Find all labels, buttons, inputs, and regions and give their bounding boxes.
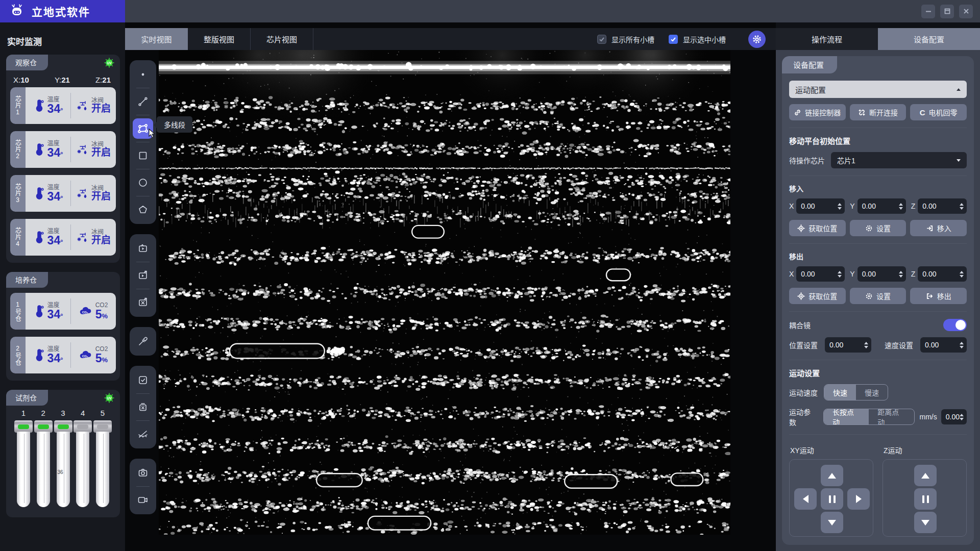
culture-card[interactable]: 2号仓 温度 34° CO₂ CO2 5%	[10, 337, 116, 373]
rect-tool[interactable]	[133, 145, 153, 166]
chevron-down-icon	[957, 159, 961, 162]
show-all-slots-checkbox[interactable]	[597, 35, 606, 44]
move-in-z-input[interactable]: 0.00	[918, 198, 967, 214]
coupler-pos-input[interactable]: 0.00	[825, 337, 871, 353]
run-slot-button[interactable]	[133, 238, 153, 259]
show-selected-slots-checkbox[interactable]	[669, 35, 678, 44]
spin-down-icon[interactable]	[838, 207, 842, 210]
sidebar-title: 实时监测	[7, 35, 120, 47]
tab-live-view[interactable]: 实时视图	[125, 28, 188, 50]
tab-device-config[interactable]: 设备配置	[878, 28, 980, 50]
reagent-vial[interactable]: 1	[14, 409, 33, 507]
spin-down-icon[interactable]	[960, 275, 964, 278]
chip-card[interactable]: 芯片4 温度 34° 冰阀 开启	[10, 219, 116, 256]
target-chip-dropdown[interactable]: 芯片1	[831, 152, 967, 168]
spin-up-icon[interactable]	[960, 203, 964, 206]
jog-z-stop-button[interactable]	[914, 488, 937, 510]
reagent-vial[interactable]: 3 36	[54, 409, 72, 507]
eyedropper-icon	[137, 335, 149, 347]
cancel-slot-button[interactable]	[133, 292, 153, 313]
tab-full-plate-view[interactable]: 整版视图	[188, 28, 251, 50]
thermometer-icon	[33, 305, 44, 317]
jog-y-plus-button[interactable]	[821, 465, 843, 486]
spin-up-icon[interactable]	[960, 414, 964, 416]
reagent-vial[interactable]: 4	[74, 409, 92, 507]
culture-chamber-panel: 培养仓 1号仓 温度 34° CO₂ CO2	[6, 272, 120, 381]
move-out-button[interactable]: 移出	[910, 288, 967, 304]
jog-xy-stop-button[interactable]	[821, 488, 843, 510]
jog-distance-option[interactable]: 距离点动	[869, 409, 914, 424]
circle-tool[interactable]	[133, 172, 153, 193]
vial-tube	[37, 432, 50, 507]
move-out-set-button[interactable]: 设置	[850, 288, 906, 304]
delete-selection-button[interactable]	[133, 397, 153, 417]
chip-card[interactable]: 芯片1 温度 34° 冰阀 开启	[10, 87, 116, 124]
move-out-x-input[interactable]: 0.00	[796, 266, 845, 282]
spin-down-icon[interactable]	[899, 207, 903, 210]
arrow-up-icon	[921, 473, 929, 479]
spin-up-icon[interactable]	[960, 342, 964, 344]
coupler-toggle[interactable]	[943, 319, 967, 331]
spin-up-icon[interactable]	[864, 342, 868, 344]
maximize-button[interactable]	[940, 5, 954, 18]
spin-down-icon[interactable]	[899, 275, 903, 278]
speed-fast-option[interactable]: 快速	[824, 385, 856, 400]
picker-tool[interactable]	[133, 331, 153, 352]
spin-up-icon[interactable]	[838, 203, 842, 206]
spin-up-icon[interactable]	[960, 271, 964, 273]
move-in-get-position-button[interactable]: 获取位置	[789, 220, 846, 236]
microscope-image[interactable]	[159, 50, 730, 535]
speed-value-input[interactable]: 0.00	[941, 409, 967, 424]
spin-up-icon[interactable]	[838, 271, 842, 273]
close-button[interactable]	[959, 5, 973, 18]
move-out-z-input[interactable]: 0.00	[918, 266, 967, 282]
viewer-settings-button[interactable]	[748, 31, 766, 48]
line-tool[interactable]	[133, 91, 153, 112]
polygon-tool[interactable]	[133, 199, 153, 220]
view-tabbar: 实时视图 整版视图 芯片视图 显示所有小槽 显示选中小槽	[125, 28, 776, 50]
hide-overlay-button[interactable]	[133, 424, 153, 444]
chip-card[interactable]: 芯片3 温度 34° 冰阀 开启	[10, 175, 116, 212]
spin-down-icon[interactable]	[960, 207, 964, 210]
jog-x-minus-button[interactable]	[794, 488, 817, 510]
spin-down-icon[interactable]	[960, 346, 964, 348]
tab-chip-view[interactable]: 芯片视图	[251, 28, 313, 50]
disconnect-button[interactable]: 断开连接	[850, 104, 906, 120]
chip-card[interactable]: 芯片2 温度 34° 冰阀 开启	[10, 131, 116, 168]
spin-down-icon[interactable]	[838, 275, 842, 278]
minimize-button[interactable]	[921, 5, 935, 18]
snapshot-button[interactable]	[133, 463, 153, 483]
move-out-get-position-button[interactable]: 获取位置	[789, 288, 846, 304]
jog-z-minus-button[interactable]	[914, 512, 937, 533]
coupler-speed-input[interactable]: 0.00	[920, 337, 967, 353]
jog-x-plus-button[interactable]	[847, 488, 870, 510]
spin-up-icon[interactable]	[899, 203, 903, 206]
move-out-y-input[interactable]: 0.00	[857, 266, 906, 282]
move-in-set-button[interactable]: 设置	[850, 220, 906, 236]
spin-down-icon[interactable]	[864, 346, 868, 348]
jog-hold-option[interactable]: 长按点动	[824, 409, 869, 424]
point-tool[interactable]	[133, 64, 153, 85]
motor-home-button[interactable]: C 电机回零	[910, 104, 967, 120]
motion-profile-dropdown[interactable]: 运动配置	[789, 81, 967, 98]
reagent-vial[interactable]: 5	[93, 409, 112, 507]
spin-down-icon[interactable]	[960, 418, 964, 420]
tab-operation-flow[interactable]: 操作流程	[776, 28, 878, 50]
uv-status-icon: UV	[104, 57, 115, 68]
jog-z-plus-button[interactable]	[914, 465, 937, 486]
speed-slow-option[interactable]: 慢速	[856, 385, 888, 400]
run-out-slot-button[interactable]	[133, 265, 153, 286]
move-in-x-input[interactable]: 0.00	[796, 198, 845, 214]
spin-up-icon[interactable]	[899, 271, 903, 273]
culture-card[interactable]: 1号仓 温度 34° CO₂ CO2 5%	[10, 293, 116, 330]
connect-controller-button[interactable]: 链接控制器	[789, 104, 846, 120]
stage-coordinates: X:10 Y:21 Z:21	[6, 70, 120, 87]
chevron-up-icon	[957, 88, 961, 91]
reagent-vial[interactable]: 2	[34, 409, 53, 507]
record-button[interactable]	[133, 490, 153, 510]
jog-y-minus-button[interactable]	[821, 512, 843, 533]
move-in-button[interactable]: 移入	[910, 220, 967, 236]
move-in-y-input[interactable]: 0.00	[857, 198, 906, 214]
coupler-pos-label: 位置设置	[789, 340, 818, 350]
confirm-selection-button[interactable]	[133, 370, 153, 390]
